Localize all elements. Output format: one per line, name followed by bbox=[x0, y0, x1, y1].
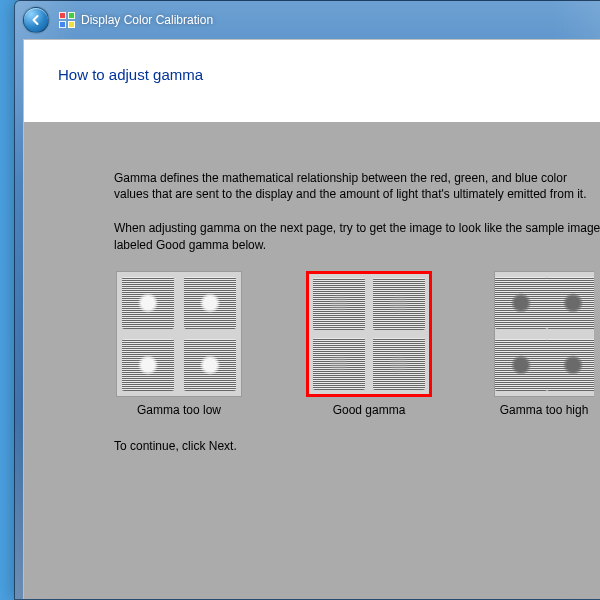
gamma-patch-icon bbox=[495, 339, 547, 391]
gamma-sample-high-caption: Gamma too high bbox=[500, 403, 589, 417]
gamma-patch-icon bbox=[313, 338, 365, 390]
paragraph-2: When adjusting gamma on the next page, t… bbox=[114, 220, 600, 252]
gamma-sample-row: Gamma too low Good gamma bbox=[114, 271, 600, 417]
gamma-patch-icon bbox=[495, 277, 547, 329]
heading-area: How to adjust gamma bbox=[24, 40, 600, 103]
gamma-sample-low: Gamma too low bbox=[114, 271, 244, 417]
titlebar: Display Color Calibration bbox=[15, 1, 600, 39]
gamma-patch-icon bbox=[547, 277, 594, 329]
back-arrow-icon bbox=[30, 14, 42, 26]
gamma-sample-low-caption: Gamma too low bbox=[137, 403, 221, 417]
client-area: How to adjust gamma Gamma defines the ma… bbox=[23, 39, 600, 599]
gamma-sample-high-image bbox=[494, 271, 594, 397]
continue-instruction: To continue, click Next. bbox=[114, 439, 600, 453]
paragraph-1: Gamma defines the mathematical relations… bbox=[114, 170, 600, 202]
gamma-sample-good-caption: Good gamma bbox=[333, 403, 406, 417]
app-icon bbox=[59, 12, 75, 28]
window-title: Display Color Calibration bbox=[81, 13, 213, 27]
gamma-patch-icon bbox=[373, 338, 425, 390]
window-frame: Display Color Calibration How to adjust … bbox=[14, 0, 600, 600]
page-heading: How to adjust gamma bbox=[58, 66, 600, 83]
gamma-patch-icon bbox=[373, 278, 425, 330]
gamma-sample-good-image bbox=[306, 271, 432, 397]
gamma-sample-low-image bbox=[116, 271, 242, 397]
body-area: Gamma defines the mathematical relations… bbox=[24, 122, 600, 599]
gamma-patch-icon bbox=[184, 277, 236, 329]
gamma-patch-icon bbox=[122, 339, 174, 391]
gamma-patch-icon bbox=[547, 339, 594, 391]
gamma-sample-good: Good gamma bbox=[304, 271, 434, 417]
back-button[interactable] bbox=[23, 7, 49, 33]
gamma-patch-icon bbox=[184, 339, 236, 391]
gamma-patch-icon bbox=[313, 278, 365, 330]
gamma-sample-high: Gamma too high bbox=[494, 271, 594, 417]
gamma-patch-icon bbox=[122, 277, 174, 329]
